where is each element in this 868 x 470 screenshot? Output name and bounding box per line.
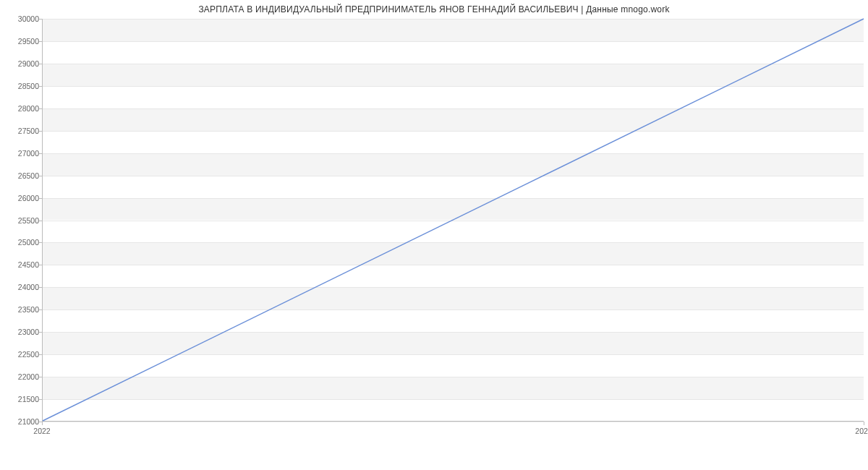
plot-area	[42, 19, 864, 422]
y-tick-label: 28000	[3, 104, 39, 113]
x-tick-label: 2024	[855, 427, 868, 435]
x-tick-label: 2022	[33, 427, 50, 435]
y-tick-label: 25500	[3, 216, 39, 225]
y-tick-mark	[39, 287, 43, 288]
salary-line-chart: ЗАРПЛАТА В ИНДИВИДУАЛЬНЫЙ ПРЕДПРИНИМАТЕЛ…	[0, 0, 868, 448]
y-tick-mark	[39, 377, 43, 377]
y-tick-mark	[39, 265, 43, 265]
x-tick-mark	[864, 422, 864, 425]
y-tick-label: 28500	[3, 82, 39, 90]
y-tick-mark	[39, 399, 43, 400]
y-tick-mark	[39, 354, 43, 355]
data-line	[43, 19, 864, 421]
y-tick-label: 26000	[3, 194, 39, 202]
y-tick-label: 24500	[3, 260, 39, 269]
y-tick-mark	[39, 176, 43, 176]
y-tick-label: 21000	[3, 417, 39, 426]
y-tick-mark	[39, 198, 43, 199]
y-tick-label: 24000	[3, 283, 39, 291]
y-tick-mark	[39, 108, 43, 109]
y-tick-label: 22500	[3, 350, 39, 359]
y-tick-label: 27500	[3, 127, 39, 135]
y-tick-label: 23000	[3, 328, 39, 336]
y-tick-label: 26500	[3, 171, 39, 180]
y-tick-mark	[39, 86, 43, 87]
y-tick-mark	[39, 153, 43, 154]
y-tick-label: 21500	[3, 395, 39, 403]
x-tick-mark	[42, 422, 43, 425]
y-tick-mark	[39, 41, 43, 42]
y-tick-label: 29500	[3, 37, 39, 46]
y-tick-mark	[39, 309, 43, 310]
y-tick-label: 22000	[3, 372, 39, 381]
y-tick-mark	[39, 221, 43, 221]
y-tick-mark	[39, 19, 43, 20]
y-tick-label: 23500	[3, 305, 39, 314]
y-tick-mark	[39, 64, 43, 64]
y-tick-label: 30000	[3, 14, 39, 23]
y-tick-mark	[39, 332, 43, 333]
y-tick-label: 25000	[3, 238, 39, 247]
y-tick-mark	[39, 131, 43, 132]
y-tick-label: 27000	[3, 149, 39, 158]
y-tick-label: 29000	[3, 59, 39, 68]
y-tick-mark	[39, 242, 43, 243]
chart-title: ЗАРПЛАТА В ИНДИВИДУАЛЬНЫЙ ПРЕДПРИНИМАТЕЛ…	[0, 4, 868, 14]
